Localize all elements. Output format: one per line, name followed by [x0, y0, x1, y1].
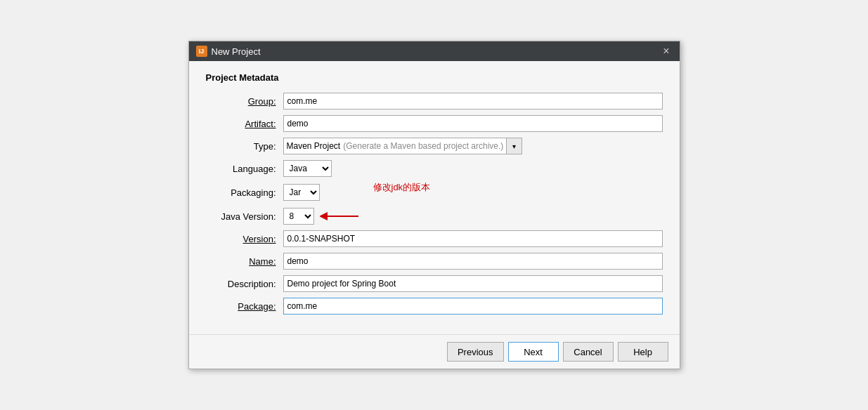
close-button[interactable]: ×: [660, 46, 672, 57]
java-version-label: Java Version:: [206, 211, 283, 222]
group-input[interactable]: [283, 93, 663, 110]
title-bar-left: IJ New Project: [196, 46, 261, 57]
next-button[interactable]: Next: [508, 342, 559, 362]
java-version-select[interactable]: 8 11 17: [283, 208, 314, 225]
name-input[interactable]: [283, 253, 663, 270]
cancel-button[interactable]: Cancel: [563, 342, 614, 362]
name-row: Name:: [206, 253, 663, 270]
window-title: New Project: [212, 46, 261, 57]
annotation-text: 修改jdk的版本: [373, 181, 431, 194]
red-arrow-icon: [320, 209, 362, 223]
artifact-row: Artifact:: [206, 115, 663, 132]
description-label: Description:: [206, 279, 283, 289]
artifact-label: Artifact:: [206, 119, 283, 129]
version-row: Version:: [206, 230, 663, 247]
type-dropdown-button[interactable]: ▾: [507, 138, 522, 154]
group-row: Group:: [206, 93, 663, 110]
version-input[interactable]: [283, 230, 663, 247]
type-select[interactable]: Maven Project (Generate a Maven based pr…: [283, 138, 507, 154]
type-label: Type:: [206, 141, 283, 152]
app-icon: IJ: [196, 46, 207, 57]
name-label: Name:: [206, 256, 283, 267]
previous-button[interactable]: Previous: [447, 342, 504, 362]
package-label: Package:: [206, 301, 283, 312]
version-label: Version:: [206, 234, 283, 244]
java-version-row: Java Version: 8 11 17: [206, 208, 663, 225]
language-label: Language:: [206, 164, 283, 174]
title-bar: IJ New Project ×: [189, 41, 680, 61]
group-label: Group:: [206, 96, 283, 107]
new-project-dialog: IJ New Project × Project Metadata Group:…: [188, 41, 680, 369]
packaging-label: Packaging:: [206, 187, 283, 198]
section-title: Project Metadata: [206, 72, 663, 83]
package-input[interactable]: [283, 298, 663, 315]
type-value: Maven Project: [287, 141, 341, 151]
type-hint: (Generate a Maven based project archive.…: [343, 141, 503, 151]
language-select[interactable]: Java Kotlin Groovy: [283, 160, 332, 177]
description-row: Description:: [206, 275, 663, 292]
packaging-row: Packaging: Jar War 修改jdk的版本: [206, 183, 663, 202]
language-row: Language: Java Kotlin Groovy: [206, 160, 663, 177]
dialog-content: Project Metadata Group: Artifact: Type: …: [189, 61, 680, 329]
dialog-footer: Previous Next Cancel Help: [189, 334, 680, 369]
help-button[interactable]: Help: [618, 342, 668, 362]
packaging-select[interactable]: Jar War: [283, 184, 320, 201]
package-row: Package:: [206, 298, 663, 315]
description-input[interactable]: [283, 275, 663, 292]
artifact-input[interactable]: [283, 115, 663, 132]
type-row: Type: Maven Project (Generate a Maven ba…: [206, 138, 663, 154]
